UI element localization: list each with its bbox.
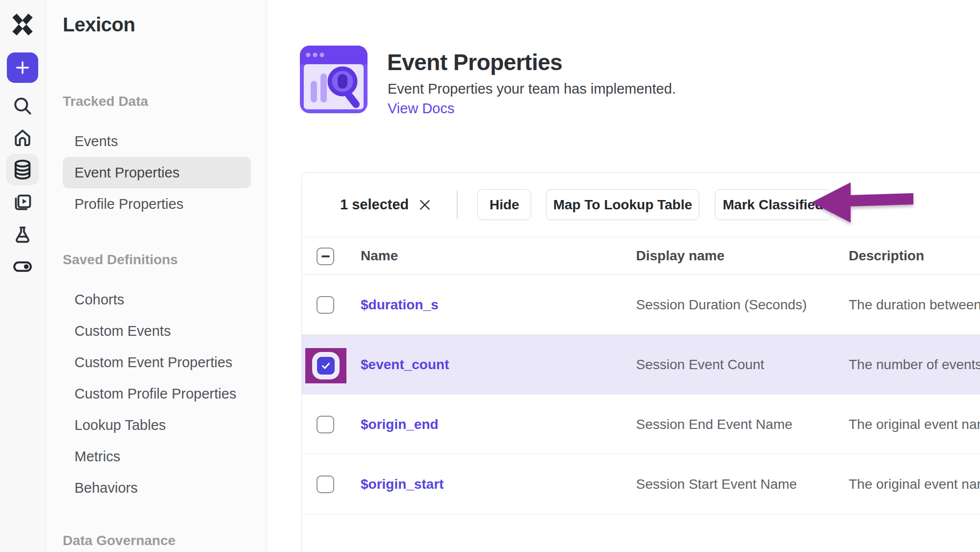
property-display-name: Session Duration (Seconds) [636,275,807,334]
sidebar-item-custom-events[interactable]: Custom Events [63,315,251,347]
sidebar-section-header: Data Governance [63,531,267,551]
sidebar-item-event-properties[interactable]: Event Properties [63,157,251,188]
row-checkbox[interactable] [317,416,334,433]
property-description: The original event nam [849,454,980,514]
sidebar-section: Saved DefinitionsCohortsCustom EventsCus… [63,250,267,503]
select-all-checkbox[interactable] [317,248,334,265]
property-description: The number of events [849,335,980,394]
annotation-highlight-box [305,348,346,383]
home-icon[interactable] [6,122,39,153]
sidebar-item-behaviors[interactable]: Behaviors [63,472,251,503]
sidebar-section-header: Tracked Data [63,92,267,111]
property-name-link[interactable]: $event_count [361,335,449,394]
selected-count-label: 1 selected [340,197,409,213]
mixpanel-logo-icon[interactable] [9,11,36,38]
row-checkbox[interactable] [317,476,334,493]
lexicon-sidebar: Lexicon Tracked DataEventsEvent Properti… [46,0,267,552]
sidebar-item-profile-properties[interactable]: Profile Properties [63,188,251,220]
sidebar-section-header: Saved Definitions [63,250,267,270]
data-management-icon[interactable] [6,154,39,185]
sidebar-section: Data Governance [63,531,267,551]
hide-button[interactable]: Hide [477,189,531,220]
view-docs-link[interactable]: View Docs [388,100,454,117]
map-to-lookup-table-button[interactable]: Map To Lookup Table [546,189,699,220]
property-name-link[interactable]: $origin_end [361,395,439,454]
property-display-name: Session Event Count [636,335,764,394]
clear-selection-icon[interactable] [416,197,433,213]
experiments-icon[interactable] [6,219,39,250]
table-row: $origin_endSession End Event NameThe ori… [302,395,980,454]
property-display-name: Session Start Event Name [636,454,797,514]
table-row: $origin_startSession Start Event NameThe… [302,454,980,514]
column-header-display-name[interactable]: Display name [636,237,725,275]
table-header-row: Name Display name Description [302,237,980,275]
page-subtitle: Event Properties your team has implement… [388,81,676,97]
sidebar-item-custom-profile-properties[interactable]: Custom Profile Properties [63,378,251,409]
search-icon[interactable] [6,90,39,122]
sidebar-item-lookup-tables[interactable]: Lookup Tables [63,409,251,441]
property-name-link[interactable]: $duration_s [361,275,439,334]
event-properties-app-icon [300,46,368,113]
page-title: Event Properties [387,49,563,75]
create-plus-button[interactable] [7,52,38,83]
property-description: The duration between [849,275,980,334]
row-checkbox[interactable] [317,296,334,314]
sidebar-item-custom-event-properties[interactable]: Custom Event Properties [63,347,251,378]
sidebar-item-events[interactable]: Events [63,125,251,157]
table-row: $event_countSession Event CountThe numbe… [302,335,980,395]
event-properties-table-card: 1 selected Hide Map To Lookup Table Mark… [301,172,980,552]
feature-flags-icon[interactable] [6,251,39,282]
table-row: $duration_sSession Duration (Seconds)The… [302,275,980,335]
sidebar-item-metrics[interactable]: Metrics [63,441,251,472]
sidebar-item-cohorts[interactable]: Cohorts [63,284,251,315]
row-checkbox[interactable] [317,357,335,375]
annotation-arrow-icon [809,180,915,226]
toolbar-divider [457,191,458,219]
sidebar-title: Lexicon [63,14,267,36]
icon-rail [0,0,46,552]
property-description: The original event nam [849,395,980,454]
boards-icon[interactable] [6,186,39,218]
sidebar-section: Tracked DataEventsEvent PropertiesProfil… [63,92,267,220]
column-header-name[interactable]: Name [361,237,398,275]
property-name-link[interactable]: $origin_start [361,454,444,514]
property-display-name: Session End Event Name [636,395,792,454]
column-header-description[interactable]: Description [849,237,924,275]
